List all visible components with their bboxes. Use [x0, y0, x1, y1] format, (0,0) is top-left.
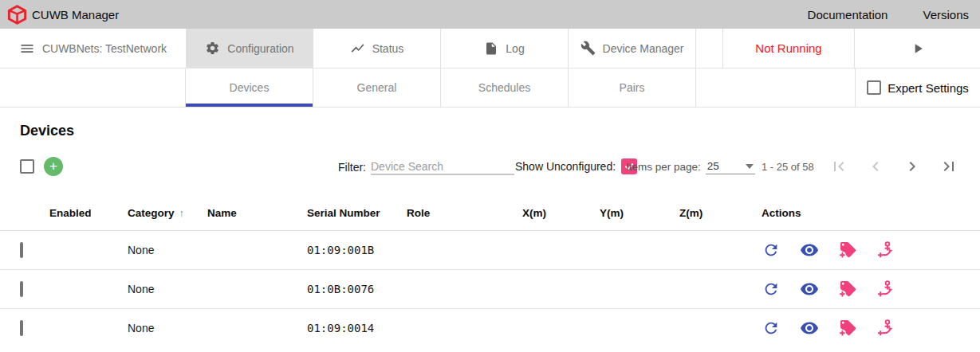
y-column-header[interactable]: Y(m): [600, 197, 679, 230]
trend-chart-icon: [350, 41, 365, 56]
eye-icon: [800, 241, 819, 260]
refresh-button[interactable]: [762, 280, 781, 299]
tab-log[interactable]: Log: [441, 29, 569, 68]
last-page-icon: [939, 157, 958, 176]
subtab-pairs-label: Pairs: [620, 81, 645, 94]
view-device-button[interactable]: [800, 280, 819, 299]
name-column-header[interactable]: Name: [207, 197, 307, 230]
device-search-input[interactable]: [371, 158, 514, 175]
serial-column-header[interactable]: Serial Number: [307, 197, 407, 230]
row-select-checkbox[interactable]: [20, 320, 23, 336]
expert-settings-checkbox[interactable]: [867, 80, 881, 95]
show-unconfigured-label: Show Unconfigured:: [515, 160, 616, 173]
run-state-badge: Not Running: [723, 29, 855, 68]
tab-configuration-label: Configuration: [227, 42, 293, 55]
start-network-button[interactable]: [855, 29, 980, 68]
wrench-icon: [581, 41, 596, 56]
category-cell: None: [128, 308, 207, 347]
select-all-checkbox[interactable]: [20, 159, 34, 174]
add-as-tag-button[interactable]: [838, 319, 857, 338]
category-cell: None: [128, 269, 207, 308]
category-column-header[interactable]: Category↑: [128, 197, 207, 230]
tab-configuration[interactable]: Configuration: [186, 29, 313, 68]
devices-toolbar: + Filter: Show Unconfigured: Items per p…: [0, 151, 980, 182]
add-as-tag-button[interactable]: [838, 280, 857, 299]
network-selector[interactable]: CUWBNets: TestNetwork: [0, 29, 186, 68]
first-page-button[interactable]: [829, 157, 848, 176]
refresh-icon: [762, 319, 780, 337]
z-column-header[interactable]: Z(m): [679, 197, 762, 230]
eye-icon: [800, 280, 819, 299]
x-column-header[interactable]: X(m): [522, 197, 600, 230]
subtab-schedules[interactable]: Schedules: [441, 68, 569, 107]
add-as-tag-button[interactable]: [838, 241, 857, 260]
menu-icon[interactable]: [19, 41, 35, 57]
last-page-button[interactable]: [939, 157, 958, 176]
enabled-cell: [49, 308, 128, 347]
refresh-button[interactable]: [762, 319, 781, 338]
add-anchor-icon: [877, 241, 895, 259]
refresh-icon: [762, 241, 780, 259]
subnav-spacer: [0, 68, 186, 107]
subtab-general[interactable]: General: [313, 68, 441, 107]
add-as-anchor-button[interactable]: [876, 280, 895, 299]
refresh-icon: [762, 280, 780, 298]
tab-status-label: Status: [372, 42, 404, 55]
page-range-label: 1 - 25 of 58: [762, 161, 814, 173]
first-page-icon: [829, 157, 848, 176]
row-select-checkbox[interactable]: [20, 281, 23, 297]
enabled-cell: [49, 230, 128, 269]
filter-label: Filter:: [338, 160, 366, 173]
cuwb-logo-icon: [6, 4, 28, 25]
name-cell: [207, 230, 307, 269]
actions-column-header: Actions: [762, 197, 980, 230]
name-cell: [207, 269, 307, 308]
subtab-pairs[interactable]: Pairs: [569, 68, 696, 107]
z-cell: [679, 308, 762, 347]
add-as-anchor-button[interactable]: [876, 241, 895, 260]
next-page-button[interactable]: [903, 157, 922, 176]
enabled-column-header[interactable]: Enabled: [49, 197, 128, 230]
view-device-button[interactable]: [800, 241, 819, 260]
play-icon[interactable]: [910, 41, 926, 57]
table-header-row: Enabled Category↑ Name Serial Number Rol…: [0, 197, 980, 230]
y-cell: [600, 269, 679, 308]
devices-panel: Devices + Filter: Show Unconfigured: Ite…: [0, 123, 980, 347]
tab-device-manager[interactable]: Device Manager: [569, 29, 696, 68]
previous-page-button[interactable]: [866, 157, 885, 176]
add-tag-icon: [839, 280, 857, 298]
refresh-button[interactable]: [762, 241, 781, 260]
tab-status[interactable]: Status: [313, 29, 441, 68]
add-anchor-icon: [877, 319, 895, 337]
role-cell: [407, 230, 522, 269]
subtab-devices[interactable]: Devices: [186, 68, 313, 107]
sort-ascending-icon: ↑: [179, 207, 185, 219]
table-row: None 01:09:0014: [0, 308, 980, 347]
chevron-right-icon: [903, 157, 922, 176]
gear-icon: [205, 41, 220, 56]
items-per-page-label: Items per page:: [626, 161, 701, 173]
configuration-subnav: Devices General Schedules Pairs Expert S…: [0, 68, 980, 108]
row-select-checkbox[interactable]: [20, 242, 23, 258]
add-device-button[interactable]: +: [44, 157, 63, 176]
y-cell: [600, 230, 679, 269]
table-row: None 01:09:001B: [0, 230, 980, 269]
chevron-left-icon: [866, 157, 885, 176]
subnav-spacer: [696, 68, 856, 107]
versions-link[interactable]: Versions: [923, 8, 969, 22]
select-column-header: [0, 197, 49, 230]
role-column-header[interactable]: Role: [407, 197, 522, 230]
add-as-anchor-button[interactable]: [876, 319, 895, 338]
documentation-link[interactable]: Documentation: [808, 8, 888, 22]
serial-cell: 01:09:0014: [307, 308, 407, 347]
items-per-page-value: 25: [707, 160, 719, 172]
x-cell: [522, 230, 600, 269]
x-cell: [522, 308, 600, 347]
category-header-label: Category: [128, 207, 175, 219]
top-bar: CUWB Manager Documentation Versions: [0, 0, 980, 29]
z-cell: [679, 269, 762, 308]
devices-table: Enabled Category↑ Name Serial Number Rol…: [0, 197, 980, 347]
items-per-page-select[interactable]: 25: [706, 158, 755, 174]
view-device-button[interactable]: [800, 319, 819, 338]
subtab-devices-label: Devices: [230, 81, 270, 94]
